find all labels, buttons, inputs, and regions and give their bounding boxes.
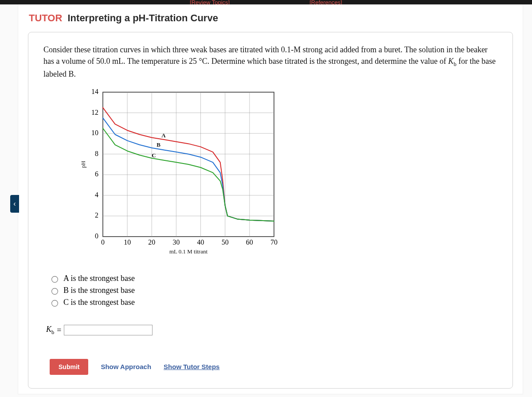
show-approach-link[interactable]: Show Approach xyxy=(101,363,151,370)
svg-text:8: 8 xyxy=(95,150,98,157)
radio-optB[interactable] xyxy=(51,288,58,295)
svg-text:6: 6 xyxy=(95,170,98,178)
kb-input[interactable] xyxy=(64,325,153,335)
svg-text:20: 20 xyxy=(148,238,155,246)
svg-text:40: 40 xyxy=(197,238,204,246)
chart-svg: 01020304050607002468101214mL 0.1 M titra… xyxy=(74,86,283,263)
option-label: A is the strongest base xyxy=(63,274,135,283)
svg-text:2: 2 xyxy=(95,211,98,219)
top-bar: [Review Topics] [References] xyxy=(0,0,532,4)
question-card: Consider these titration curves in which… xyxy=(28,32,513,389)
kb-label: Kb xyxy=(46,325,54,336)
svg-text:30: 30 xyxy=(172,238,180,246)
svg-text:70: 70 xyxy=(270,238,278,246)
titration-chart: 01020304050607002468101214mL 0.1 M titra… xyxy=(74,86,497,263)
radio-optA[interactable] xyxy=(51,276,58,283)
page-title: TUTOR Interpreting a pH-Titration Curve xyxy=(18,12,523,28)
question-prompt: Consider these titration curves in which… xyxy=(43,44,496,80)
kb-equals: = xyxy=(57,326,61,335)
svg-text:60: 60 xyxy=(246,238,253,246)
svg-text:10: 10 xyxy=(124,238,131,246)
side-tab[interactable]: ‹ xyxy=(10,195,19,213)
svg-text:50: 50 xyxy=(222,238,229,246)
svg-text:10: 10 xyxy=(91,129,98,136)
svg-text:pH: pH xyxy=(80,161,86,168)
svg-text:mL 0.1 M titrant: mL 0.1 M titrant xyxy=(169,248,208,255)
option-optB[interactable]: B is the strongest base xyxy=(50,286,497,295)
svg-text:B: B xyxy=(156,141,160,148)
svg-text:4: 4 xyxy=(95,191,98,198)
option-optC[interactable]: C is the strongest base xyxy=(50,298,497,307)
svg-text:C: C xyxy=(152,152,156,159)
svg-text:0: 0 xyxy=(95,232,98,240)
svg-text:A: A xyxy=(161,132,166,139)
svg-text:14: 14 xyxy=(91,88,98,95)
submit-button[interactable]: Submit xyxy=(50,359,88,375)
svg-text:0: 0 xyxy=(101,238,105,246)
title-text: Interpreting a pH-Titration Curve xyxy=(68,12,218,23)
show-tutor-steps-link[interactable]: Show Tutor Steps xyxy=(164,363,219,370)
action-bar: Submit Show Approach Show Tutor Steps xyxy=(50,359,497,375)
radio-optC[interactable] xyxy=(51,300,58,307)
brand-label: TUTOR xyxy=(29,12,62,23)
option-optA[interactable]: A is the strongest base xyxy=(50,274,497,283)
kb-input-row: Kb = xyxy=(46,325,497,336)
svg-text:12: 12 xyxy=(91,109,98,116)
option-label: C is the strongest base xyxy=(63,298,135,307)
option-label: B is the strongest base xyxy=(63,286,135,295)
answer-options: A is the strongest baseB is the stronges… xyxy=(50,274,497,307)
